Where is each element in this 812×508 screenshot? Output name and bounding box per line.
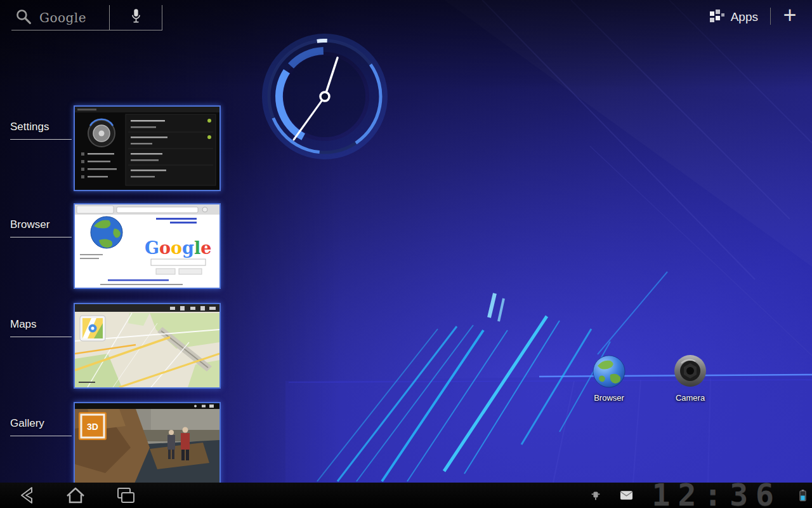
battery-status[interactable] [799, 483, 806, 508]
home-icon [63, 483, 88, 508]
recents-icon [113, 483, 138, 508]
status-clock[interactable]: 12:36 [652, 480, 782, 508]
back-icon [15, 483, 40, 508]
search-icon [15, 8, 32, 27]
back-button[interactable] [13, 483, 42, 508]
home-screen: Google Apps + [0, 0, 812, 508]
shortcut-browser[interactable]: Browser [585, 353, 633, 403]
recent-label-browser: Browser [10, 218, 72, 237]
search-input[interactable]: Google [11, 5, 109, 30]
shortcut-camera-label: Camera [666, 393, 714, 403]
google-logo: Google [39, 10, 86, 25]
google-search-widget: Google [11, 5, 162, 30]
microphone-icon [130, 8, 142, 27]
browser-thumb-google-logo: Google [145, 238, 211, 258]
recent-item-settings: Settings [0, 105, 228, 194]
browser-globe-icon [591, 353, 627, 389]
camera-lens-icon [672, 353, 708, 389]
recent-label-settings: Settings [10, 121, 72, 140]
recent-thumb-browser[interactable]: Google [74, 203, 221, 289]
usb-debug-icon [590, 490, 601, 501]
apps-grid-icon [709, 10, 724, 25]
recent-item-gallery: Gallery [0, 402, 228, 491]
home-button[interactable] [61, 483, 90, 508]
recent-item-browser: Browser Google [0, 203, 228, 292]
usb-debug-notification[interactable] [590, 483, 601, 508]
recent-thumb-settings[interactable] [74, 105, 221, 191]
apps-button-label: Apps [731, 10, 758, 24]
recents-button[interactable] [111, 483, 140, 508]
recent-thumb-maps[interactable] [74, 303, 221, 389]
gallery-icon-3d-label: 3D [87, 422, 98, 432]
shortcut-browser-label: Browser [585, 393, 633, 403]
add-widget-button[interactable]: + [776, 1, 803, 29]
email-notification[interactable] [620, 483, 633, 508]
recent-label-gallery: Gallery [10, 417, 72, 436]
recent-label-maps: Maps [10, 318, 72, 337]
recent-item-maps: Maps [0, 303, 228, 392]
system-bar: 12:36 [0, 483, 812, 508]
shortcut-camera[interactable]: Camera [666, 353, 714, 403]
voice-search-button[interactable] [109, 5, 162, 30]
email-icon [620, 490, 633, 500]
apps-button[interactable]: Apps [709, 6, 758, 28]
recent-thumb-gallery[interactable]: 3D [74, 402, 221, 488]
battery-icon [799, 490, 806, 502]
topbar-divider [770, 8, 771, 25]
analog-clock-widget[interactable] [261, 33, 388, 160]
